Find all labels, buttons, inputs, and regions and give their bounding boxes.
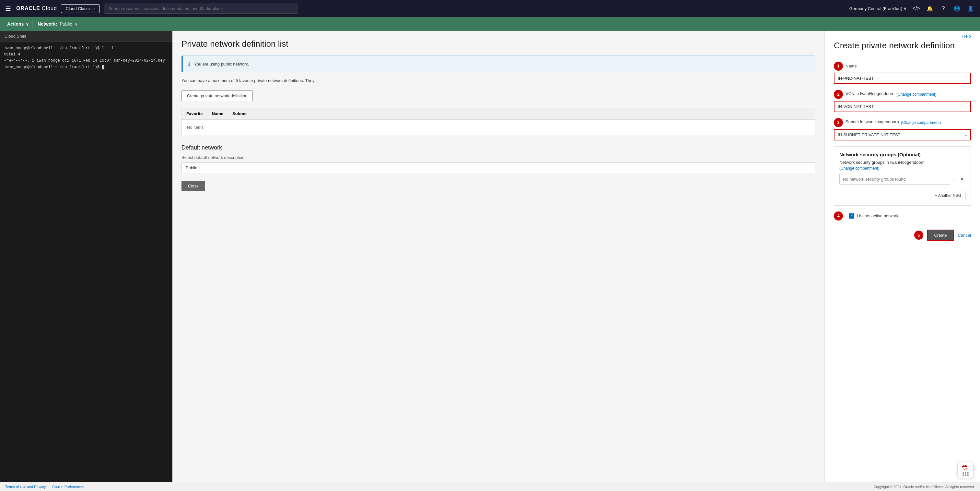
nsg-dropdown-arrow-icon: ⌄ bbox=[953, 177, 956, 181]
active-network-label: Use as active network bbox=[857, 214, 898, 218]
dot-1 bbox=[963, 472, 964, 474]
dot-5 bbox=[965, 475, 966, 476]
vcn-select-wrapper: IH-VCN-NAT-TEST ⌄ bbox=[834, 101, 971, 112]
terminal-line-3: -rw-r--r--. 1 iwan_hooge oci 1671 Feb 14… bbox=[4, 58, 169, 64]
cloud-shell-header: Cloud Shell bbox=[0, 31, 172, 41]
nsg-title: Network security groups (Optional) bbox=[839, 152, 966, 157]
step-2-circle: 2 bbox=[834, 90, 843, 99]
help-link[interactable]: Help bbox=[962, 34, 971, 38]
step-4-circle: 4 bbox=[834, 212, 843, 220]
vcn-change-compartment-link[interactable]: (Change compartment) bbox=[896, 92, 936, 97]
help-widget-icon: ⛑ bbox=[962, 464, 969, 471]
default-network-select-wrapper bbox=[181, 163, 815, 173]
terminal-output[interactable]: iwan_hooge@cloudshell:~ (eu-frankfurt-1)… bbox=[0, 41, 172, 482]
cloud-shell-panel: Cloud Shell iwan_hooge@cloudshell:~ (eu-… bbox=[0, 31, 172, 482]
subnet-change-compartment-link[interactable]: (Change compartment) bbox=[901, 120, 941, 125]
subnet-label: Subnet in IwanHoogendoorn bbox=[845, 120, 899, 124]
cloud-classic-button[interactable]: Cloud Classic › bbox=[61, 4, 100, 13]
dot-2 bbox=[965, 472, 966, 474]
table-body: No items bbox=[182, 120, 815, 135]
network-chevron-icon: ∨ bbox=[75, 21, 78, 27]
panel-title: Private network definition list bbox=[181, 39, 815, 49]
col-name: Name bbox=[207, 108, 228, 120]
actions-label: Actions bbox=[7, 21, 24, 27]
code-icon[interactable]: </> bbox=[912, 4, 920, 13]
actions-bar: Actions ∨ Network: Public ∨ bbox=[0, 17, 980, 31]
network-table: Favorite Name Subnet No items bbox=[181, 108, 815, 135]
step-3-circle: 3 bbox=[834, 118, 843, 127]
step-5-circle: 5 bbox=[914, 231, 923, 240]
network-key: Network: bbox=[38, 21, 57, 27]
region-label: Germany Central (Frankfurt) bbox=[850, 6, 902, 11]
step-1-circle: 1 bbox=[834, 62, 843, 71]
hamburger-menu-icon[interactable]: ☰ bbox=[5, 5, 11, 12]
terms-link[interactable]: Terms of Use and Privacy bbox=[5, 485, 46, 489]
create-private-network-button[interactable]: Create private network definition bbox=[181, 91, 253, 101]
table-empty-text: No items bbox=[187, 125, 204, 130]
vcn-label: VCN in IwanHoogendoorn bbox=[845, 91, 894, 96]
nsg-search-input[interactable] bbox=[839, 174, 950, 185]
oracle-logo: ORACLE Cloud bbox=[16, 5, 57, 11]
another-nsg-button[interactable]: + Another NSG bbox=[931, 191, 966, 200]
nsg-sublabel: Network security groups in IwanHoogendoo… bbox=[839, 160, 966, 165]
cloud-classic-label: Cloud Classic bbox=[66, 6, 91, 11]
form-title: Create private network definition bbox=[834, 40, 955, 51]
nav-right: Germany Central (Frankfurt) ∨ </> 🔔 ? 🌐 … bbox=[850, 4, 975, 13]
vcn-select[interactable]: IH-VCN-NAT-TEST bbox=[834, 101, 971, 112]
active-network-checkbox-row: 4 Use as active network bbox=[834, 212, 971, 220]
globe-icon[interactable]: 🌐 bbox=[953, 4, 961, 13]
help-widget[interactable]: ⛑ bbox=[957, 462, 974, 478]
table-header: Favorite Name Subnet bbox=[182, 108, 815, 120]
help-widget-dots bbox=[963, 472, 969, 476]
terminal-line-1: iwan_hooge@cloudshell:~ (eu-frankfurt-1)… bbox=[4, 45, 169, 51]
col-favorite: Favorite bbox=[182, 108, 207, 120]
center-panel: Private network definition list ℹ You ar… bbox=[172, 31, 824, 482]
terminal-line-2: total 4 bbox=[4, 51, 169, 58]
nsg-change-compartment-link[interactable]: (Change compartment) bbox=[839, 166, 966, 171]
search-input[interactable] bbox=[104, 3, 298, 14]
name-field-group: 1 Name bbox=[834, 62, 971, 84]
nsg-section: Network security groups (Optional) Netwo… bbox=[834, 146, 971, 206]
copyright-text: Copyright © 2024, Oracle and/or its affi… bbox=[874, 485, 975, 489]
dot-3 bbox=[967, 472, 969, 474]
cloud-classic-arrow-icon: › bbox=[93, 6, 95, 11]
region-chevron-icon: ∨ bbox=[904, 6, 907, 11]
create-form-panel: Create private network definition Help 1… bbox=[824, 31, 980, 482]
region-selector[interactable]: Germany Central (Frankfurt) ∨ bbox=[850, 6, 907, 11]
info-box: ℹ You are using public network. bbox=[181, 56, 815, 72]
top-navigation: ☰ ORACLE Cloud Cloud Classic › Germany C… bbox=[0, 0, 980, 17]
dot-6 bbox=[967, 475, 969, 476]
cloud-shell-title: Cloud Shell bbox=[5, 34, 26, 38]
form-bottom-buttons: 5 Create Cancel bbox=[834, 227, 971, 241]
default-network-input[interactable] bbox=[181, 163, 815, 173]
subnet-field-group: 3 Subnet in IwanHoogendoorn (Change comp… bbox=[834, 118, 971, 140]
form-title-row: Create private network definition Help bbox=[834, 40, 971, 54]
panel-bottom-buttons: Close bbox=[181, 181, 815, 191]
subnet-select[interactable]: IH-SUBNET-PRIVATE-NAT-TEST bbox=[834, 129, 971, 140]
cookies-link[interactable]: Cookie Preferences bbox=[52, 485, 84, 489]
help-icon[interactable]: ? bbox=[939, 4, 948, 13]
create-button[interactable]: Create bbox=[927, 230, 954, 241]
subnet-select-wrapper: IH-SUBNET-PRIVATE-NAT-TEST ⌄ bbox=[834, 129, 971, 140]
cancel-button[interactable]: Cancel bbox=[958, 233, 971, 238]
dot-4 bbox=[963, 475, 964, 476]
bottom-bar: Terms of Use and Privacy Cookie Preferen… bbox=[0, 482, 980, 491]
bell-icon[interactable]: 🔔 bbox=[926, 4, 934, 13]
name-input[interactable] bbox=[834, 73, 971, 84]
actions-chevron-icon: ∨ bbox=[25, 21, 29, 27]
user-avatar[interactable]: 👤 bbox=[966, 4, 975, 13]
info-box-text: You are using public network. bbox=[194, 62, 249, 67]
main-layout: Cloud Shell iwan_hooge@cloudshell:~ (eu-… bbox=[0, 31, 980, 482]
default-network-label: Select default network description bbox=[181, 155, 815, 160]
nsg-close-icon[interactable]: ✕ bbox=[959, 175, 966, 183]
default-network-title: Default network bbox=[181, 144, 815, 151]
nsg-input-row: ⌄ ✕ bbox=[839, 174, 966, 185]
network-selector[interactable]: Network: Public ∨ bbox=[32, 21, 83, 27]
vcn-field-group: 2 VCN in IwanHoogendoorn (Change compart… bbox=[834, 90, 971, 112]
network-value: Public bbox=[60, 21, 72, 27]
close-button[interactable]: Close bbox=[181, 181, 205, 191]
use-active-network-checkbox[interactable] bbox=[849, 214, 854, 218]
info-text: You can have a maximum of 5 favorite pri… bbox=[181, 78, 815, 84]
actions-button[interactable]: Actions ∨ bbox=[4, 17, 32, 31]
name-label: Name bbox=[845, 64, 857, 69]
